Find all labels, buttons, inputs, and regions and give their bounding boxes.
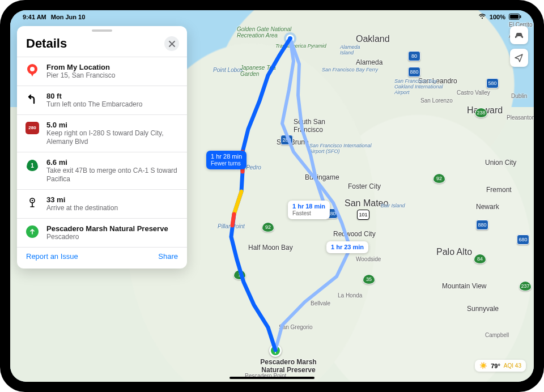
- battery-icon: [509, 14, 521, 21]
- step-2-sub: Keep right on I-280 S toward Daly City, …: [46, 129, 179, 146]
- step-4-title: 33 mi: [46, 195, 179, 204]
- turn-left-icon: [25, 92, 40, 106]
- close-button[interactable]: [164, 36, 179, 51]
- status-bar: 9:41 AM Mon Jun 10 100%: [10, 10, 534, 23]
- ca1-shield-icon: 1: [25, 158, 40, 173]
- arrive-icon: [25, 195, 40, 210]
- callout-alt1-note: Fastest: [292, 210, 325, 217]
- callout-primary-time: 1 hr 28 min: [211, 153, 242, 160]
- callout-alt2-time: 1 hr 23 min: [331, 244, 364, 251]
- panel-title: Details: [26, 36, 67, 51]
- report-issue-link[interactable]: Report an Issue: [26, 252, 78, 261]
- wifi-icon: [478, 14, 486, 20]
- step-ca1[interactable]: 1 6.6 mi Take exit 47B to merge onto CA-…: [17, 152, 187, 190]
- end-pin-icon: [25, 224, 40, 239]
- i280-shield-icon: 280: [25, 121, 40, 135]
- step-i280[interactable]: 280 5.0 mi Keep right on I-280 S toward …: [17, 115, 187, 152]
- step-arrive[interactable]: 33 mi Arrive at the destination: [17, 190, 187, 219]
- share-link[interactable]: Share: [158, 252, 178, 261]
- step-2-title: 5.0 mi: [46, 121, 179, 129]
- svg-rect-1: [510, 15, 518, 19]
- step-destination[interactable]: Pescadero Marsh Natural Preserve Pescade…: [17, 219, 187, 248]
- step-turn-left[interactable]: 80 ft Turn left onto The Embarcadero: [17, 86, 187, 115]
- start-pin-icon: [25, 63, 40, 78]
- step-5-sub: Pescadero: [46, 233, 179, 241]
- weather-temp: 79°: [491, 363, 500, 369]
- step-start[interactable]: From My Location Pier 15, San Francisco: [17, 57, 187, 86]
- svg-point-3: [516, 36, 517, 37]
- step-3-title: 6.6 mi: [46, 158, 179, 167]
- directions-list: From My Location Pier 15, San Francisco …: [17, 57, 187, 248]
- status-date: Mon Jun 10: [51, 14, 86, 20]
- home-indicator[interactable]: [230, 377, 314, 379]
- step-5-title: Pescadero Marsh Natural Preserve: [46, 224, 179, 233]
- weather-aqi: AQI 43: [504, 363, 521, 369]
- driving-mode-button[interactable]: [510, 26, 528, 44]
- details-panel: Details From My Location Pier 15, San Fr…: [17, 26, 187, 269]
- step-1-sub: Turn left onto The Embarcadero: [46, 100, 179, 109]
- weather-chip[interactable]: ☀️ 79° AQI 43: [475, 360, 526, 372]
- route-callout-alt1[interactable]: 1 hr 18 min Fastest: [288, 201, 330, 219]
- ipad-frame: 9:41 AM Mon Jun 10 100% Oakland Hayward …: [0, 0, 544, 392]
- step-1-title: 80 ft: [46, 92, 179, 100]
- svg-point-6: [32, 200, 33, 202]
- callout-primary-note: Fewer turns: [211, 160, 242, 167]
- svg-point-4: [521, 36, 522, 37]
- callout-alt1-time: 1 hr 18 min: [292, 203, 325, 210]
- map-controls: [510, 26, 528, 67]
- step-0-title: From My Location: [46, 63, 179, 71]
- step-3-sub: Take exit 47B to merge onto CA-1 S towar…: [46, 167, 179, 184]
- svg-rect-2: [520, 15, 521, 18]
- step-0-sub: Pier 15, San Francisco: [46, 71, 179, 80]
- sun-icon: ☀️: [479, 362, 487, 369]
- route-callout-primary[interactable]: 1 hr 28 min Fewer turns: [206, 151, 246, 169]
- step-4-sub: Arrive at the destination: [46, 204, 179, 212]
- status-time: 9:41 AM: [23, 14, 46, 20]
- route-callout-alt2[interactable]: 1 hr 23 min: [326, 241, 368, 253]
- screen: 9:41 AM Mon Jun 10 100% Oakland Hayward …: [10, 10, 534, 382]
- locate-me-button[interactable]: [510, 49, 528, 67]
- battery-percent: 100%: [490, 14, 505, 20]
- panel-grabber[interactable]: [92, 29, 112, 32]
